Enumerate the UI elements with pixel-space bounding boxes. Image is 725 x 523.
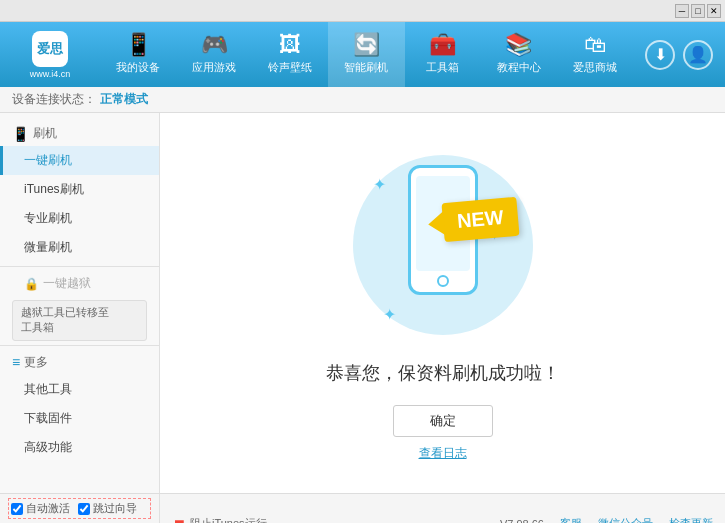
nav-apps-games-icon: 🎮 (201, 34, 228, 56)
jailbreak-note: 越狱工具已转移至工具箱 (12, 300, 147, 341)
nav-smart-flash[interactable]: 🔄 智能刷机 (328, 22, 404, 87)
nav-tutorials-label: 教程中心 (497, 60, 541, 75)
download-btn[interactable]: ⬇ (645, 40, 675, 70)
flash-section-icon: 📱 (12, 126, 29, 142)
micro-flash-label: 微量刷机 (24, 240, 72, 254)
nav-tutorials-icon: 📚 (505, 34, 532, 56)
sidebar-jailbreak-locked: 🔒 一键越狱 (0, 271, 159, 296)
sidebar-item-one-click-flash[interactable]: 一键刷机 (0, 146, 159, 175)
auto-detect-checkbox[interactable] (11, 503, 23, 515)
nav-smart-flash-icon: 🔄 (353, 34, 380, 56)
more-section-label: 更多 (24, 354, 48, 371)
confirm-button[interactable]: 确定 (393, 405, 493, 437)
nav-items: 📱 我的设备 🎮 应用游戏 🖼 铃声壁纸 🔄 智能刷机 🧰 工具箱 📚 教程中心… (100, 22, 633, 87)
divider-1 (0, 266, 159, 267)
status-label: 设备连接状态： (12, 91, 96, 108)
nav-store-label: 爱思商城 (573, 60, 617, 75)
success-title: 恭喜您，保资料刷机成功啦！ (326, 361, 560, 385)
status-bar: 设备连接状态： 正常模式 (0, 87, 725, 113)
stop-icon: ⏹ (172, 516, 186, 524)
download-firmware-label: 下载固件 (24, 411, 72, 425)
nav-store[interactable]: 🛍 爱思商城 (557, 22, 633, 87)
nav-tools-label: 工具箱 (426, 60, 459, 75)
logo-area: 爱思 www.i4.cn (0, 31, 100, 79)
bottom-section: 自动激活 跳过向导 📱 iPhone 12 mini 64GB Down-12m… (0, 493, 725, 523)
logo-icon: 爱思 (32, 31, 68, 67)
sidebar: 📱 刷机 一键刷机 iTunes刷机 专业刷机 微量刷机 🔒 一键越狱 越狱工具… (0, 113, 160, 493)
again-link[interactable]: 查看日志 (419, 445, 467, 462)
nav-right: ⬇ 👤 (633, 40, 725, 70)
nav-tools-icon: 🧰 (429, 34, 456, 56)
main-content: 📱 刷机 一键刷机 iTunes刷机 专业刷机 微量刷机 🔒 一键越狱 越狱工具… (0, 113, 725, 493)
sidebar-more-header: ≡ 更多 (0, 350, 159, 375)
stop-label: 阻止iTunes运行 (190, 516, 267, 523)
close-btn[interactable]: ✕ (707, 4, 721, 18)
sparkle-3: ✦ (383, 305, 396, 324)
nav-wallpaper[interactable]: 🖼 铃声壁纸 (252, 22, 328, 87)
skip-wizard-checkbox[interactable] (78, 503, 90, 515)
sparkle-1: ✦ (373, 175, 386, 194)
customer-service-link[interactable]: 客服 (560, 516, 582, 523)
sidebar-item-advanced[interactable]: 高级功能 (0, 433, 159, 462)
one-click-flash-label: 一键刷机 (24, 153, 72, 167)
title-bar: ─ □ ✕ (0, 0, 725, 22)
window-controls[interactable]: ─ □ ✕ (675, 4, 721, 18)
sidebar-item-pro-flash[interactable]: 专业刷机 (0, 204, 159, 233)
account-btn[interactable]: 👤 (683, 40, 713, 70)
sidebar-item-itunes-flash[interactable]: iTunes刷机 (0, 175, 159, 204)
nav-wallpaper-label: 铃声壁纸 (268, 60, 312, 75)
jailbreak-label: 一键越狱 (43, 275, 91, 292)
maximize-btn[interactable]: □ (691, 4, 705, 18)
stop-itunes[interactable]: ⏹ 阻止iTunes运行 (172, 516, 267, 524)
sidebar-item-micro-flash[interactable]: 微量刷机 (0, 233, 159, 262)
nav-apps-games[interactable]: 🎮 应用游戏 (176, 22, 252, 87)
auto-detect-checkbox-label[interactable]: 自动激活 (11, 501, 70, 516)
auto-detect-label: 自动激活 (26, 501, 70, 516)
flash-section-label: 刷机 (33, 125, 57, 142)
itunes-flash-label: iTunes刷机 (24, 182, 84, 196)
nav-my-device[interactable]: 📱 我的设备 (100, 22, 176, 87)
nav-apps-games-label: 应用游戏 (192, 60, 236, 75)
logo-url: www.i4.cn (30, 69, 71, 79)
wechat-link[interactable]: 微信公众号 (598, 516, 653, 523)
skip-wizard-label: 跳过向导 (93, 501, 137, 516)
checkbox-area: 自动激活 跳过向导 (8, 498, 151, 519)
success-illustration: ✦ ✦ ✦ NEW (343, 145, 543, 345)
other-tools-label: 其他工具 (24, 382, 72, 396)
sidebar-item-download-firmware[interactable]: 下载固件 (0, 404, 159, 433)
nav-my-device-label: 我的设备 (116, 60, 160, 75)
sidebar-item-other-tools[interactable]: 其他工具 (0, 375, 159, 404)
content-area: ✦ ✦ ✦ NEW 恭喜您，保资料刷机成功啦！ 确定 查看日志 (160, 113, 725, 493)
nav-store-icon: 🛍 (584, 34, 606, 56)
nav-smart-flash-label: 智能刷机 (344, 60, 388, 75)
sidebar-flash-header: 📱 刷机 (0, 121, 159, 146)
pro-flash-label: 专业刷机 (24, 211, 72, 225)
nav-tutorials[interactable]: 📚 教程中心 (481, 22, 557, 87)
advanced-label: 高级功能 (24, 440, 72, 454)
minimize-btn[interactable]: ─ (675, 4, 689, 18)
nav-tools[interactable]: 🧰 工具箱 (405, 22, 481, 87)
status-value: 正常模式 (100, 91, 148, 108)
bottom-right: ⏹ 阻止iTunes运行 V7.98.66 客服 微信公众号 检查更新 (160, 494, 725, 523)
lock-icon: 🔒 (24, 277, 39, 291)
more-section-icon: ≡ (12, 354, 20, 370)
jailbreak-note-text: 越狱工具已转移至工具箱 (21, 306, 109, 333)
nav-my-device-icon: 📱 (125, 34, 152, 56)
nav-wallpaper-icon: 🖼 (279, 34, 301, 56)
top-nav: 爱思 www.i4.cn 📱 我的设备 🎮 应用游戏 🖼 铃声壁纸 🔄 智能刷机… (0, 22, 725, 87)
skip-wizard-checkbox-label[interactable]: 跳过向导 (78, 501, 137, 516)
new-badge: NEW (441, 196, 519, 241)
check-update-link[interactable]: 检查更新 (669, 516, 713, 523)
version-label: V7.98.66 (500, 518, 544, 524)
divider-2 (0, 345, 159, 346)
bottom-left: 自动激活 跳过向导 📱 iPhone 12 mini 64GB Down-12m… (0, 494, 160, 523)
phone-home-btn (437, 275, 449, 287)
